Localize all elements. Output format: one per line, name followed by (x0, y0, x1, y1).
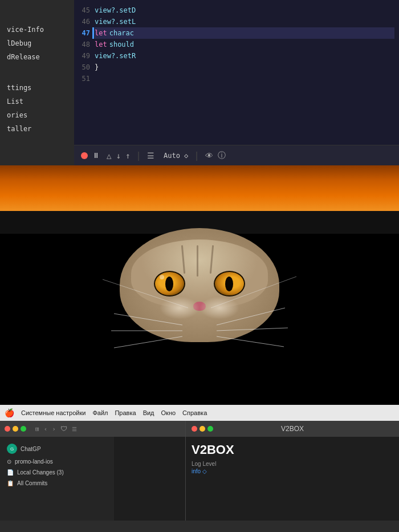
git-icon: ⊙ (7, 458, 11, 465)
promo-label: promo-land-ios (15, 458, 53, 465)
auto-label[interactable]: Auto ◇ (164, 152, 188, 160)
minimize-dot[interactable] (13, 426, 18, 432)
local-changes-icon: 📄 (7, 469, 14, 476)
code-line-46: view?.setL (95, 16, 394, 27)
laptop-area: 🍎 Системные настройки Файл Правка Вид Ок… (0, 405, 399, 532)
forward-button[interactable]: › (52, 425, 56, 433)
cat-face (114, 194, 285, 342)
code-area: 45 46 47 48 49 50 51 view?.setD view?.se… (74, 0, 399, 145)
line-num-46: 46 (79, 16, 90, 27)
code-line-47: let charac (95, 27, 394, 39)
editor-toolbar: ⏸ △ ↓ ↑ | ☰ Auto ◇ | 👁 ⓘ (74, 145, 399, 165)
list-icon[interactable]: ☰ (147, 151, 154, 160)
traffic-lights (5, 426, 26, 432)
chatgpt-icon: G (7, 444, 17, 454)
cat-figure (103, 194, 296, 376)
left-pupil (165, 277, 173, 291)
profile-icon[interactable]: ☰ (72, 426, 77, 432)
right-pupil (225, 277, 233, 291)
maximize-dot[interactable] (21, 426, 26, 432)
cat-eye-right (214, 271, 245, 297)
menu-edit[interactable]: Правка (115, 409, 136, 416)
line-numbers: 45 46 47 48 49 50 51 (74, 5, 95, 140)
left-eye-shine (160, 275, 164, 279)
info-icon[interactable]: ⓘ (218, 151, 226, 161)
separator-1: | (136, 150, 141, 161)
apple-logo-icon[interactable]: 🍎 (5, 408, 14, 417)
browser-nav-toolbar: ⊞ ‹ › 🛡 ☰ (0, 421, 185, 437)
nav-item-list[interactable]: List (0, 95, 74, 108)
stripe-1 (181, 245, 185, 274)
sidebar-local-changes[interactable]: 📄 Local Changes (3) (0, 467, 114, 478)
line-num-49: 49 (79, 50, 90, 62)
code-line-49: view?.setR (95, 50, 394, 62)
menu-file[interactable]: Файл (92, 409, 108, 416)
cat-photo-area (0, 165, 399, 405)
download-icon[interactable]: ↓ (116, 151, 120, 160)
step-out-icon[interactable]: ↑ (125, 151, 130, 160)
laptop-content-area: ⊞ ‹ › 🛡 ☰ G ChatGP (0, 421, 399, 521)
nav-item-stories[interactable]: ories (0, 108, 74, 122)
laptop-screen: 🍎 Системные настройки Файл Правка Вид Ок… (0, 405, 399, 521)
left-nav-panel: vice-Info lDebug dRelease ttings List or… (0, 0, 74, 165)
cat-eye-left (154, 271, 185, 297)
v2box-log-level-label: Log Level (192, 461, 393, 467)
menu-system-prefs[interactable]: Системные настройки (21, 409, 85, 416)
security-shield-icon: 🛡 (60, 425, 67, 433)
code-line-50: } (95, 62, 394, 73)
v2box-close-dot[interactable] (192, 426, 197, 432)
menu-window[interactable]: Окно (161, 409, 176, 416)
cat-muzzle-right (199, 297, 239, 319)
code-line-45: view?.setD (95, 5, 394, 16)
chatgpt-label: ChatGP (21, 446, 41, 452)
pause-button[interactable]: ⏸ (92, 151, 100, 160)
browser-body: G ChatGP ⊙ promo-land-ios 📄 Local Change… (0, 437, 185, 521)
all-commits-icon: 📋 (7, 480, 14, 486)
v2box-content: V2BOX Log Level info ◇ (186, 437, 399, 480)
code-editor: vice-Info lDebug dRelease ttings List or… (0, 0, 399, 165)
v2box-window: V2BOX V2BOX Log Level info ◇ (185, 421, 399, 521)
line-num-50: 50 (79, 62, 90, 73)
active-line-bar (92, 27, 94, 39)
nav-item-release[interactable]: dRelease (0, 50, 74, 64)
line-num-47: 47 (79, 27, 90, 39)
cat-head (120, 228, 279, 342)
code-line-48: let should (95, 39, 394, 50)
browser-window: ⊞ ‹ › 🛡 ☰ G ChatGP (0, 421, 185, 521)
v2box-logo: V2BOX (192, 442, 393, 457)
stripe-2 (197, 245, 198, 277)
nav-item-settings[interactable]: ttings (0, 81, 74, 95)
v2box-info-text: info ◇ (192, 468, 393, 474)
stripe-3 (210, 245, 214, 274)
v2box-window-title: V2BOX (281, 425, 304, 433)
nav-item-installer[interactable]: taller (0, 122, 74, 136)
nav-item-debug[interactable]: lDebug (0, 36, 74, 50)
v2box-minimize-dot[interactable] (199, 426, 205, 432)
line-num-45: 45 (79, 5, 90, 16)
sidebar-chatgpt-item[interactable]: G ChatGP (0, 441, 114, 456)
nav-item-device-info[interactable]: vice-Info (0, 23, 74, 36)
line-num-48: 48 (79, 39, 90, 50)
close-dot[interactable] (5, 426, 10, 432)
menu-help[interactable]: Справка (182, 409, 207, 416)
v2box-maximize-dot[interactable] (207, 426, 213, 432)
all-commits-label: All Commits (17, 480, 47, 486)
back-button[interactable]: ‹ (44, 425, 48, 433)
right-code-panel: 45 46 47 48 49 50 51 view?.setD view?.se… (74, 0, 399, 165)
v2box-traffic-lights (192, 426, 213, 432)
local-changes-label: Local Changes (3) (17, 469, 64, 476)
sidebar-promo-item[interactable]: ⊙ promo-land-ios (0, 456, 114, 467)
cat-muzzle-left (160, 297, 199, 319)
record-button[interactable] (81, 152, 88, 159)
code-line-51 (95, 73, 394, 84)
v2box-titlebar: V2BOX (186, 421, 399, 437)
sidebar-all-commits[interactable]: 📋 All Commits (0, 478, 114, 489)
sidebar-toggle-icon[interactable]: ⊞ (35, 425, 39, 433)
menu-view[interactable]: Вид (143, 409, 154, 416)
code-content: view?.setD view?.setL let charac let sho… (95, 5, 399, 140)
mac-menubar: 🍎 Системные настройки Файл Правка Вид Ок… (0, 405, 399, 421)
laptop-bezel: 🍎 Системные настройки Файл Правка Вид Ок… (0, 405, 399, 532)
separator-2: | (194, 150, 199, 161)
share-icon[interactable]: △ (107, 151, 111, 160)
eye-icon[interactable]: 👁 (205, 151, 213, 160)
